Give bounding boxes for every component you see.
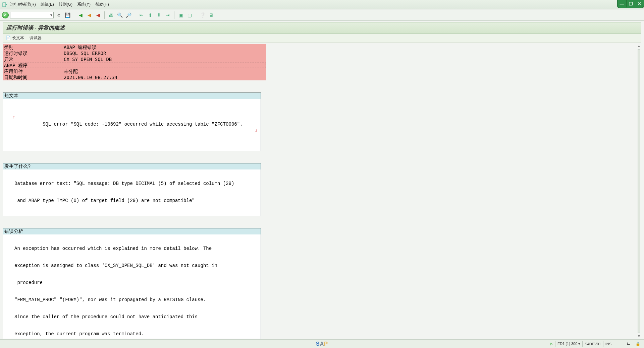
prev-page-icon[interactable]: ⬆ [147, 11, 154, 19]
standard-toolbar: ✔ ▾ « 💾 ◀ ◀ ◀ 🖶 🔍 🔎 ⇤ ⬆ ⬇ ⇥ ▣ ▢ ❔ 🖥 [0, 9, 644, 21]
hdr-row-abap-program: ABAP 程序 [3, 62, 266, 68]
status-insert-mode: INS [605, 342, 611, 346]
find-icon[interactable]: 🔍 [116, 11, 123, 19]
section-body: Database error text: "SQL message: DB ty… [3, 169, 261, 216]
command-field[interactable]: ▾ [10, 12, 54, 18]
sap-logo: SAP [316, 341, 328, 347]
text-line: procedure [4, 280, 259, 286]
status-separator [555, 341, 555, 347]
application-toolbar: 📄长文本 调试器 [3, 34, 641, 43]
hdr-value [62, 62, 266, 68]
status-activity-icon[interactable]: ⇆ [626, 341, 631, 347]
text-line: and ABAP type TYPC (0) of target field (… [4, 198, 259, 204]
hdr-label: 应用组件 [3, 68, 62, 74]
section-error-analysis: 错误分析 An exception has occurred which is … [3, 228, 261, 339]
menu-bar: 运行时错误(R) 编辑(E) 转到(G) 系统(Y) 帮助(H) [0, 0, 644, 9]
maximize-button[interactable]: ❐ [626, 0, 635, 7]
text-line: Database error text: "SQL message: DB ty… [4, 181, 259, 187]
section-header: 短文本 [3, 93, 261, 99]
close-button[interactable]: ✕ [635, 0, 644, 7]
error-header-table: 类别ABAP 编程错误 运行时错误DBSQL_SQL_ERROR 异常CX_SY… [3, 44, 266, 80]
print-icon[interactable]: 🖶 [107, 11, 115, 19]
cancel-icon[interactable]: ◀ [94, 11, 102, 19]
help-icon[interactable]: ❔ [199, 11, 206, 19]
text-line: "FRM_MAIN_PROC" "(FORM)", nor was it pro… [4, 297, 259, 303]
hdr-label: 运行时错误 [3, 50, 62, 56]
command-icon[interactable] [2, 2, 7, 7]
toolbar-separator [135, 11, 135, 19]
menu-edit[interactable]: 编辑(E) [41, 2, 54, 7]
hdr-row-runtime-error: 运行时错误DBSQL_SQL_ERROR [3, 50, 266, 56]
hdr-value: 未分配 [62, 68, 266, 74]
window-controls: — ❐ ✕ [617, 0, 644, 8]
menu-runtime-error[interactable]: 运行时错误(R) [10, 2, 36, 7]
hdr-label: 异常 [3, 56, 62, 62]
menu-goto[interactable]: 转到(G) [59, 2, 72, 7]
hdr-value: DBSQL_SQL_ERROR [62, 50, 266, 56]
debugger-button[interactable]: 调试器 [30, 35, 42, 41]
marker-right-icon: 」 [255, 127, 259, 133]
new-session-icon[interactable]: ▣ [177, 11, 184, 19]
section-body: An exception has occurred which is expla… [3, 234, 261, 339]
menu-system[interactable]: 系统(Y) [77, 2, 91, 7]
status-separator [582, 341, 583, 347]
history-icon[interactable]: « [55, 11, 62, 19]
hdr-row-exception: 异常CX_SY_OPEN_SQL_DB [3, 56, 266, 62]
toolbar-separator [196, 11, 196, 19]
text-line: An exception has occurred which is expla… [4, 246, 259, 252]
hdr-value: 2021.09.10 08:27:34 [62, 74, 266, 80]
hdr-row-app-component: 应用组件未分配 [3, 68, 266, 74]
status-separator [603, 341, 603, 347]
section-header: 错误分析 [3, 228, 261, 234]
hdr-value: ABAP 编程错误 [62, 44, 266, 50]
text-line: Since the caller of the procedure could … [4, 314, 259, 320]
toolbar-separator [104, 11, 105, 19]
generate-shortcut-icon[interactable]: ▢ [186, 11, 193, 19]
first-page-icon[interactable]: ⇤ [138, 11, 145, 19]
enter-icon[interactable]: ✔ [2, 12, 9, 18]
save-icon[interactable]: 💾 [64, 11, 71, 19]
text-line: exception is assigned to class 'CX_SY_OP… [4, 263, 259, 269]
marker-left-icon: 「 [10, 116, 15, 122]
status-separator [633, 341, 633, 347]
status-session[interactable]: ED1 (1) 300 ▾ [557, 342, 580, 346]
status-lock-icon[interactable]: 🔒 [635, 341, 641, 347]
layout-icon[interactable]: 🖥 [208, 11, 215, 19]
section-short-text: 短文本 「 SQL error "SQL code: -10692" occur… [3, 92, 261, 151]
long-text-icon: 📄 [6, 36, 11, 40]
back-icon[interactable]: ◀ [77, 11, 84, 19]
hdr-label: 类别 [3, 44, 62, 50]
long-text-label: 长文本 [12, 36, 24, 40]
section-what-happened: 发生了什么? Database error text: "SQL message… [3, 163, 261, 216]
hdr-row-datetime: 日期和时间2021.09.10 08:27:34 [3, 74, 266, 80]
page-title: 运行时错误 - 异常的描述 [3, 22, 641, 34]
content-area[interactable]: 类别ABAP 编程错误 运行时错误DBSQL_SQL_ERROR 异常CX_SY… [3, 43, 641, 339]
status-bar: SAP ▷ ED1 (1) 300 ▾ S4DEV01 INS ⇆ 🔒 [0, 339, 644, 348]
minimize-button[interactable]: — [618, 0, 626, 7]
long-text-button[interactable]: 📄长文本 [6, 35, 24, 41]
section-body: 「 SQL error "SQL code: -10692" occurred … [3, 99, 261, 151]
section-header: 发生了什么? [3, 163, 261, 169]
menu-help[interactable]: 帮助(H) [95, 2, 109, 7]
toolbar-separator [74, 11, 74, 19]
status-triangle-icon[interactable]: ▷ [550, 342, 553, 346]
exit-icon[interactable]: ◀ [86, 11, 93, 19]
status-server: S4DEV01 [585, 342, 601, 346]
last-page-icon[interactable]: ⇥ [164, 11, 171, 19]
short-text-value: SQL error "SQL code: -10692" occurred wh… [43, 122, 243, 127]
hdr-label: 日期和时间 [3, 74, 62, 80]
find-next-icon[interactable]: 🔎 [125, 11, 132, 19]
hdr-row-category: 类别ABAP 编程错误 [3, 44, 266, 50]
next-page-icon[interactable]: ⬇ [155, 11, 163, 19]
toolbar-separator [174, 11, 174, 19]
hdr-value: CX_SY_OPEN_SQL_DB [62, 56, 266, 62]
svg-rect-0 [3, 3, 6, 7]
hdr-label: ABAP 程序 [3, 62, 62, 68]
text-line: exception, the current program was termi… [4, 331, 259, 337]
